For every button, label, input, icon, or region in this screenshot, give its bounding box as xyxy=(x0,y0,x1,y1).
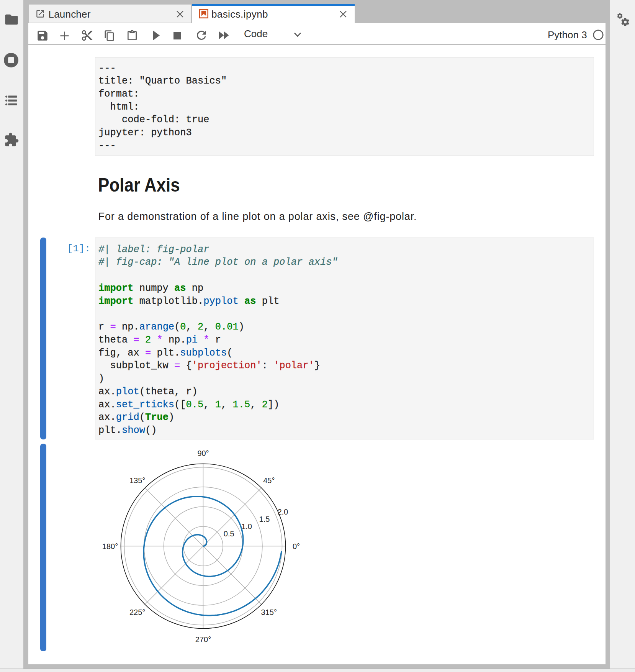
svg-text:270°: 270° xyxy=(195,635,211,644)
svg-text:0°: 0° xyxy=(293,542,300,551)
svg-text:225°: 225° xyxy=(129,608,145,616)
svg-text:135°: 135° xyxy=(129,476,145,485)
svg-text:45°: 45° xyxy=(263,476,275,485)
svg-text:90°: 90° xyxy=(197,449,209,457)
svg-text:180°: 180° xyxy=(102,542,118,551)
svg-text:0.5: 0.5 xyxy=(224,529,234,538)
svg-text:315°: 315° xyxy=(261,608,277,616)
svg-text:1.0: 1.0 xyxy=(241,522,252,531)
svg-text:2.0: 2.0 xyxy=(277,508,288,516)
svg-text:1.5: 1.5 xyxy=(259,515,270,523)
